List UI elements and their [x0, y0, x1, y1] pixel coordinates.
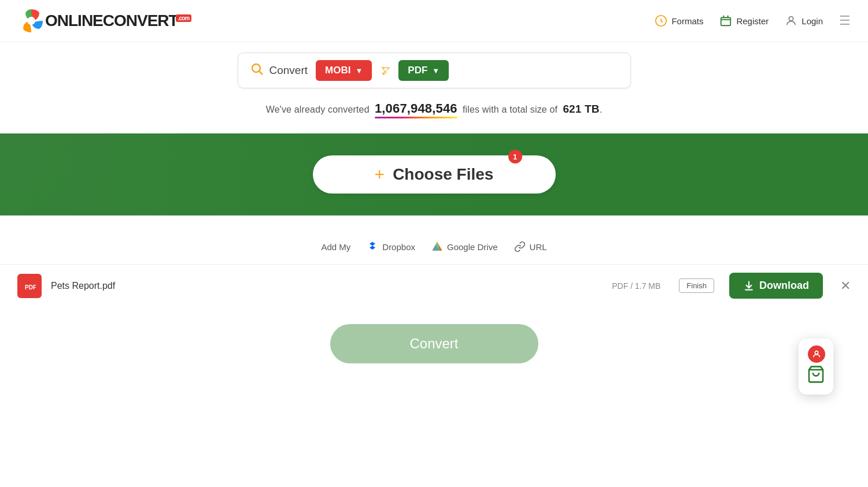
widget-user-icon — [808, 345, 825, 363]
convert-button[interactable]: Convert — [330, 324, 538, 363]
file-name: Pets Report.pdf — [51, 281, 603, 291]
search-icon[interactable] — [250, 62, 264, 79]
svg-point-4 — [252, 64, 260, 72]
svg-text:PDF: PDF — [25, 284, 36, 291]
stats-number: 1,067,948,546 — [375, 101, 457, 116]
login-link[interactable]: Login — [785, 14, 823, 27]
svg-point-13 — [815, 351, 818, 354]
svg-point-0 — [27, 17, 35, 25]
file-icon: PDF — [17, 274, 42, 298]
url-option[interactable]: URL — [514, 241, 547, 252]
formats-link[interactable]: Formats — [655, 14, 703, 27]
plus-icon: + — [375, 165, 385, 184]
file-meta: PDF / 1.7 MB — [612, 281, 660, 291]
dropbox-option[interactable]: Dropbox — [367, 241, 415, 252]
svg-point-3 — [789, 17, 793, 21]
choose-files-button[interactable]: + Choose Files 1 — [313, 155, 556, 194]
arrow-icon: ⦫ — [380, 65, 390, 77]
download-button[interactable]: Download — [729, 273, 823, 299]
finish-badge: Finish — [679, 278, 714, 293]
source-options: Add My Dropbox Google Drive URL — [0, 229, 868, 264]
convert-label: Convert — [269, 64, 308, 77]
header: ONLINECONVERT.com Formats Register Login… — [0, 0, 868, 42]
url-icon — [514, 241, 526, 252]
widget-cart-icon[interactable] — [807, 365, 825, 388]
svg-rect-2 — [721, 18, 731, 26]
menu-icon[interactable]: ☰ — [839, 13, 851, 28]
stats-bar: We've already converted 1,067,948,546 fi… — [128, 101, 741, 116]
header-nav: Formats Register Login ☰ — [655, 13, 851, 28]
to-format-button[interactable]: PDF ▼ — [398, 60, 449, 81]
register-icon — [719, 14, 732, 27]
file-row: PDF Pets Report.pdf PDF / 1.7 MB Finish … — [0, 264, 868, 307]
mobi-chevron: ▼ — [355, 66, 363, 75]
logo: ONLINECONVERT.com — [17, 7, 191, 35]
pdf-chevron: ▼ — [432, 66, 439, 75]
close-file-button[interactable]: ✕ — [840, 278, 851, 293]
register-link[interactable]: Register — [719, 14, 769, 27]
logo-text: ONLINECONVERT.com — [45, 12, 191, 30]
from-format-button[interactable]: MOBI ▼ — [316, 60, 372, 81]
formats-icon — [655, 14, 667, 27]
stats-size: 621 TB — [563, 103, 599, 115]
google-drive-icon — [431, 241, 443, 252]
google-drive-option[interactable]: Google Drive — [431, 241, 498, 252]
upload-area: + Choose Files 1 — [0, 133, 868, 215]
file-count-badge: 1 — [508, 150, 522, 163]
converter-bar: Convert MOBI ▼ ⦫ PDF ▼ — [238, 53, 631, 88]
logo-icon — [17, 7, 45, 35]
floating-widget — [799, 339, 833, 395]
download-icon — [743, 280, 755, 292]
convert-btn-wrap: Convert — [0, 324, 868, 363]
dropbox-icon — [367, 241, 378, 252]
login-icon — [785, 14, 797, 27]
svg-line-5 — [259, 72, 263, 75]
pdf-file-icon: PDF — [23, 278, 36, 293]
